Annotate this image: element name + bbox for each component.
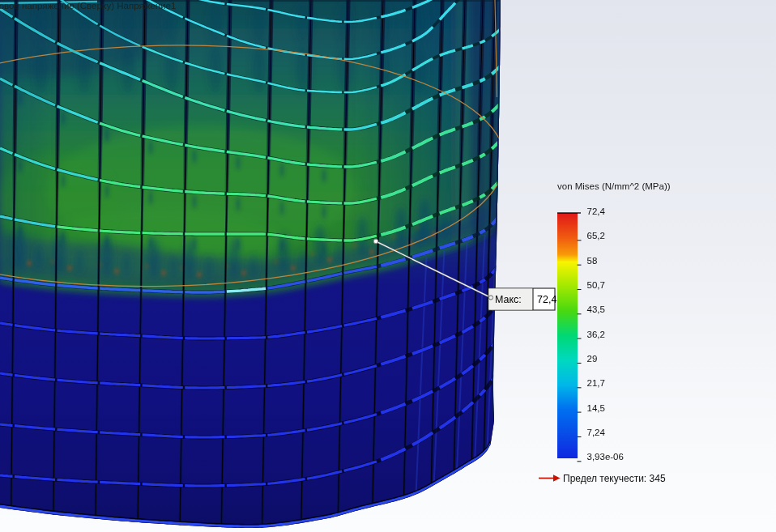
svg-text:50,7: 50,7 — [587, 280, 605, 290]
svg-text:72,4: 72,4 — [587, 206, 606, 216]
svg-text:von Mises (N/mm^2 (MPa)): von Mises (N/mm^2 (MPa)) — [557, 181, 671, 191]
svg-text:21,7: 21,7 — [587, 378, 605, 388]
svg-text:Узловое напряжение (Сверху) На: Узловое напряжение (Сверху) Напряжение1 — [0, 1, 176, 11]
svg-text:14,5: 14,5 — [587, 403, 605, 413]
svg-text:3,93e-06: 3,93e-06 — [587, 452, 624, 462]
svg-text:58: 58 — [587, 256, 598, 266]
svg-text:36,2: 36,2 — [587, 330, 605, 339]
svg-text:Предел текучести: 345: Предел текучести: 345 — [563, 473, 666, 484]
svg-text:7,24: 7,24 — [587, 428, 606, 437]
svg-text:43,5: 43,5 — [587, 304, 605, 314]
svg-text:72,4: 72,4 — [537, 294, 556, 305]
svg-text:29: 29 — [587, 354, 598, 364]
svg-text:Макс:: Макс: — [495, 294, 522, 305]
svg-text:65,2: 65,2 — [587, 231, 605, 240]
